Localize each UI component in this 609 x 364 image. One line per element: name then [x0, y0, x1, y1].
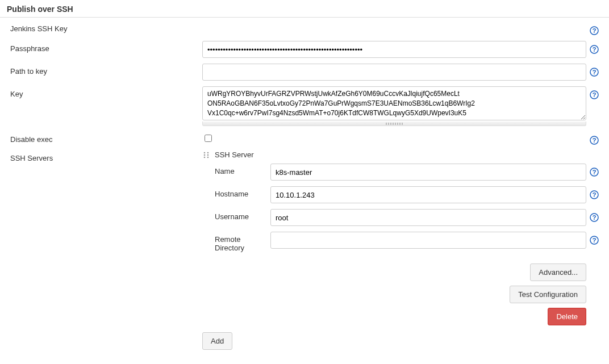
disable-exec-checkbox[interactable] — [205, 135, 212, 142]
section-title: Publish over SSH — [0, 0, 609, 18]
ssh-server-title: SSH Server — [215, 150, 254, 159]
jenkins-ssh-key-label: Jenkins SSH Key — [10, 22, 202, 33]
help-icon[interactable]: ? — [590, 190, 599, 199]
ssh-servers-label: SSH Servers — [10, 150, 202, 162]
passphrase-input[interactable] — [202, 41, 586, 58]
svg-text:?: ? — [593, 191, 597, 198]
help-icon[interactable]: ? — [590, 136, 599, 145]
help-icon[interactable]: ? — [590, 213, 599, 222]
server-username-input[interactable] — [270, 209, 586, 226]
help-icon[interactable]: ? — [590, 68, 599, 77]
svg-point-15 — [207, 156, 209, 158]
passphrase-label: Passphrase — [10, 41, 202, 53]
svg-point-10 — [204, 152, 206, 153]
path-to-key-input[interactable] — [202, 64, 586, 81]
server-remotedir-label: Remote Directory — [202, 232, 270, 252]
help-icon[interactable]: ? — [590, 236, 599, 245]
svg-text:?: ? — [593, 137, 597, 144]
key-label: Key — [10, 86, 202, 98]
test-configuration-button[interactable]: Test Configuration — [510, 286, 586, 303]
svg-text:?: ? — [593, 27, 597, 34]
svg-text:?: ? — [593, 237, 597, 244]
svg-text:?: ? — [593, 91, 597, 98]
help-icon[interactable]: ? — [590, 90, 599, 99]
svg-point-12 — [204, 154, 206, 156]
svg-point-11 — [207, 152, 209, 153]
delete-button[interactable]: Delete — [548, 308, 586, 325]
svg-text:?: ? — [593, 69, 597, 76]
disable-exec-label: Disable exec — [10, 132, 202, 144]
help-icon[interactable]: ? — [590, 168, 599, 177]
svg-point-13 — [207, 154, 209, 156]
textarea-resize-handle[interactable] — [202, 122, 586, 126]
add-button[interactable]: Add — [202, 332, 232, 350]
server-remotedir-input[interactable] — [270, 232, 586, 249]
svg-text:?: ? — [593, 46, 597, 53]
svg-point-14 — [204, 156, 206, 158]
server-name-label: Name — [202, 164, 270, 175]
svg-text:?: ? — [593, 214, 597, 221]
drag-handle-icon[interactable] — [202, 151, 210, 159]
help-icon[interactable]: ? — [590, 26, 599, 35]
help-icon[interactable]: ? — [590, 45, 599, 54]
key-textarea[interactable]: uWRgYROYBhyvUrFAGRZVPRWstjUwkAfZeGh6Y0M6… — [202, 86, 586, 120]
server-hostname-input[interactable] — [270, 186, 586, 203]
server-username-label: Username — [202, 209, 270, 221]
server-hostname-label: Hostname — [202, 186, 270, 198]
path-to-key-label: Path to key — [10, 64, 202, 76]
advanced-button[interactable]: Advanced... — [530, 263, 586, 281]
svg-text:?: ? — [593, 169, 597, 175]
server-name-input[interactable] — [270, 164, 586, 181]
